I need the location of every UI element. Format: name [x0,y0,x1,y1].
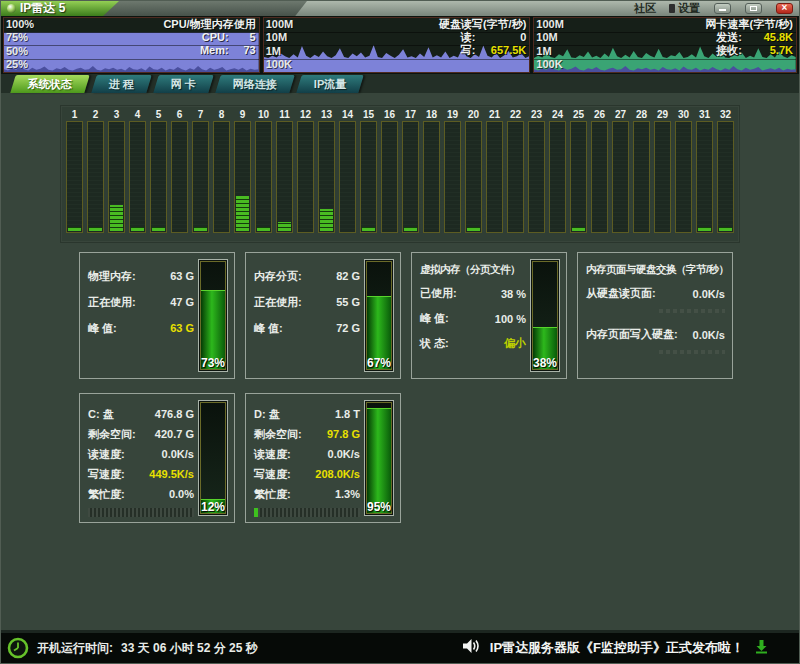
info-value: 63 G [170,322,194,334]
app-title: IP雷达 5 [20,0,65,17]
tab-label: 进 程 [109,77,134,92]
disk-io-chart: 硬盘读写(字节/秒) 读:0写:657.5K 100M10M1M100K [263,17,531,73]
chart-y-label: 100M [266,18,294,30]
minimize-button[interactable] [714,3,731,14]
logo-swoosh [85,1,307,16]
chart-y-label: 100% [6,18,34,30]
cpu-core: 9 [234,108,251,233]
chart-y-label: 1M [266,45,281,57]
cpu-core-number: 18 [426,108,437,121]
cpu-core: 29 [654,108,671,233]
cpu-core-bar [129,121,146,233]
chart-reading: 读:0 [461,31,527,44]
tab-label: IP流量 [314,77,346,92]
disk-name-row: D: 盘1.8 T [254,404,360,424]
cpu-core: 8 [213,108,230,233]
gauge-percent: 67% [365,356,393,370]
memory-panel-1: 物理内存:63 G正在使用:47 G峰 值:63 G73% [79,252,235,379]
chart-y-label: 10M [536,31,557,43]
tab-4[interactable]: 网络连接 [215,75,295,93]
cpu-core-bar [150,121,167,233]
panel-rows: C: 盘476.8 G剩余空间:420.7 G读速度:0.0K/s写速度:449… [88,404,194,517]
tab-label: 网络连接 [233,77,277,92]
info-label: 剩余空间: [254,427,302,442]
gauge-fill [367,408,391,514]
cpu-core-bar [108,121,125,233]
cpu-core-fill [698,227,711,231]
cpu-core-bar [717,121,734,233]
cpu-core-number: 1 [72,108,78,121]
cpu-core-number: 17 [405,108,416,121]
info-label: 峰 值: [420,311,449,326]
info-label: 内存页面写入硬盘: [586,327,678,342]
cpu-core: 27 [612,108,629,233]
info-value: 偏小 [504,336,526,351]
info-row: 正在使用:47 G [88,289,194,315]
chart-reading: 接收:5.7K [716,44,793,57]
disk-busy-bar [254,508,360,517]
cpu-core: 20 [465,108,482,233]
usage-gauge: 12% [198,400,228,516]
cpu-core-bar [339,121,356,233]
cpu-core: 28 [633,108,650,233]
reading-label: 写: [461,44,476,57]
reading-value: 657.5K [480,44,526,57]
tab-1[interactable]: 系统状态 [10,75,90,93]
tab-2[interactable]: 进 程 [91,75,152,93]
disk-name-row: C: 盘476.8 G [88,404,194,424]
info-value: 38 % [501,288,526,300]
usage-gauge: 38% [530,259,560,372]
panel-rows: D: 盘1.8 T剩余空间:97.8 G读速度:0.0K/s写速度:208.0K… [254,404,360,517]
cpu-core-bar [192,121,209,233]
gauge-body [200,402,226,514]
cpu-core-fill [131,227,144,231]
gauge-body [366,261,392,370]
uptime: 开机运行时间: 33 天 06 小时 52 分 25 秒 [37,640,258,657]
maximize-button[interactable] [745,3,762,14]
info-label: 写速度: [254,467,291,482]
cpu-core-fill [719,227,732,231]
close-button[interactable]: × [776,3,793,14]
memory-panel-3: 虚拟内存（分页文件）已使用:38 %峰 值:100 %状 态:偏小38% [411,252,567,379]
activity-dashes [659,350,725,354]
cpu-core-bar [612,121,629,233]
announcement-text[interactable]: IP雷达服务器版《F监控助手》正式发布啦！ [490,639,744,657]
reading-value: 0 [480,31,526,44]
memory-panel-2: 内存分页:82 G正在使用:55 G峰 值:72 G67% [245,252,401,379]
info-value: 208.0K/s [315,468,360,480]
tab-5[interactable]: IP流量 [296,75,364,93]
cpu-core-number: 7 [198,108,204,121]
cpu-core-bar [654,121,671,233]
cpu-core-bar [507,121,524,233]
app-logo-icon [7,4,16,13]
cpu-core-number: 16 [384,108,395,121]
tab-label: 系统状态 [28,77,72,92]
chart-reading: 写:657.5K [461,44,527,57]
settings-button[interactable]: 设置 [669,1,700,16]
tab-3[interactable]: 网 卡 [153,75,214,93]
cpu-core-bar [423,121,440,233]
cpu-core: 22 [507,108,524,233]
cpu-core-bar [255,121,272,233]
cpu-core-bar [276,121,293,233]
info-value: 97.8 G [327,428,360,440]
cpu-core-fill [89,227,102,231]
download-icon[interactable] [754,639,769,658]
disk-busy-bar [88,508,194,517]
reading-label: Mem: [200,44,229,57]
info-label: 正在使用: [88,295,136,310]
info-row: 正在使用:55 G [254,289,360,315]
reading-label: CPU: [202,31,229,44]
uptime-label: 开机运行时间: [37,640,113,657]
disk-name: D: 盘 [254,407,280,422]
chart-y-label: 100K [536,58,562,70]
cpu-core-fill [572,227,585,231]
chart-y-label: 50% [6,45,28,57]
info-label: 剩余空间: [88,427,136,442]
cpu-core: 17 [402,108,419,233]
info-label: 状 态: [420,336,449,351]
cpu-core-number: 31 [699,108,710,121]
community-link[interactable]: 社区 [634,1,656,16]
cpu-core-bar [528,121,545,233]
cpu-core-number: 4 [135,108,141,121]
